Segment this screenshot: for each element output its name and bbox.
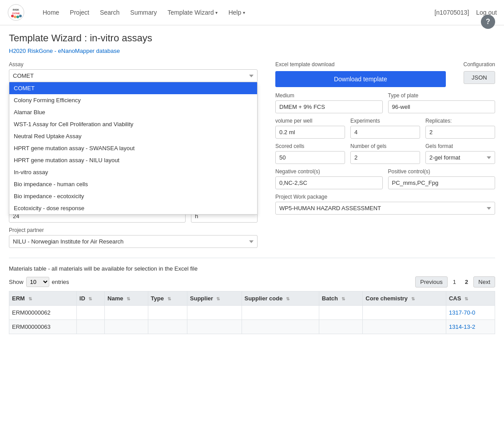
table-row: ERM00000062 1317-70-0 (9, 306, 495, 320)
supplier-sort-icon: ⇅ (216, 296, 220, 301)
cell-supplier-1 (187, 320, 242, 334)
cell-batch-1 (319, 320, 363, 334)
previous-button[interactable]: Previous (415, 276, 448, 287)
table-head: ERM ⇅ ID ⇅ Name ⇅ Type ⇅ Supplier ⇅ Supp… (9, 291, 495, 306)
svg-point-3 (11, 15, 14, 17)
number-gels-input[interactable] (350, 151, 420, 164)
gels-format-select[interactable]: 2-gel format 1-gel format (425, 151, 495, 164)
nav-help[interactable]: Help (228, 9, 245, 16)
experiments-label: Experiments (350, 118, 420, 124)
assay-item-wst1[interactable]: WST-1 Assay for Cell Proliferation and V… (9, 118, 257, 130)
gels-row: Scored cells Number of gels Gels format … (275, 143, 495, 164)
assay-dropdown: COMET Colony Forming Efficiency Alamar B… (9, 82, 258, 215)
cell-supplier-0 (187, 306, 242, 320)
medium-input[interactable] (275, 100, 383, 113)
batch-sort-icon: ⇅ (341, 296, 345, 301)
page-1[interactable]: 1 (449, 277, 460, 287)
help-icon[interactable]: ? (481, 15, 495, 29)
nav-home[interactable]: Home (43, 9, 59, 16)
materials-table: ERM ⇅ ID ⇅ Name ⇅ Type ⇅ Supplier ⇅ Supp… (9, 291, 495, 334)
replicates-input[interactable] (425, 126, 495, 139)
page-title: Template Wizard : in-vitro assays (9, 32, 152, 44)
col-core-chemistry[interactable]: Core chemistry ⇅ (363, 291, 446, 306)
project-work-select[interactable]: WP5-HUMAN HAZARD ASSESSMENT (275, 202, 495, 215)
nav-project[interactable]: Project (70, 9, 89, 16)
nav-template-wizard[interactable]: Template Wizard (167, 9, 218, 16)
table-row: ERM00000063 1314-13-2 (9, 320, 495, 334)
col-supplier[interactable]: Supplier ⇅ (187, 291, 242, 306)
cell-cas-1[interactable]: 1314-13-2 (446, 320, 495, 334)
scored-cells-input[interactable] (275, 151, 345, 164)
cell-cas-0[interactable]: 1317-70-0 (446, 306, 495, 320)
assay-item-invitro[interactable]: In-vitro assay (9, 166, 257, 178)
svg-point-4 (14, 16, 16, 18)
form-section: Assay COMET Colony Forming Efficiency Al… (9, 61, 495, 252)
cell-supplier-code-1 (242, 320, 319, 334)
assay-item-hprt-nilu[interactable]: HPRT gene mutation assay - NILU layout (9, 154, 257, 166)
replicates-group: Replicates: (425, 118, 495, 139)
assay-item-ecotox[interactable]: Ecotoxicity - dose response (9, 202, 257, 214)
assay-select[interactable]: COMET Colony Forming Efficiency Alamar B… (9, 69, 258, 82)
col-supplier-code[interactable]: Supplier code ⇅ (242, 291, 319, 306)
assay-item-hprt-swansea[interactable]: HPRT gene mutation assay - SWANSEA layou… (9, 142, 257, 154)
project-work-group: Project Work package WP5-HUMAN HAZARD AS… (275, 194, 495, 215)
divider (9, 258, 495, 258)
table-controls: Show 10 25 50 100 entries Previous 1 2 N… (9, 276, 495, 287)
col-erm[interactable]: ERM ⇅ (9, 291, 77, 306)
brand-logo: RISK GONE (7, 4, 25, 21)
user-id: [n10705013] (434, 9, 469, 16)
assay-item-alamar[interactable]: Alamar Blue (9, 106, 257, 118)
config-section: Configuration JSON (464, 61, 495, 87)
neg-controls-input[interactable] (275, 176, 383, 189)
col-cas[interactable]: CAS ⇅ (446, 291, 495, 306)
form-left: Assay COMET Colony Forming Efficiency Al… (9, 61, 258, 252)
col-id[interactable]: ID ⇅ (76, 291, 104, 306)
cell-erm-1: ERM00000063 (9, 320, 77, 334)
nav-summary[interactable]: Summary (130, 9, 157, 16)
cell-erm-0: ERM00000062 (9, 306, 77, 320)
project-partner-select[interactable]: NILU - Norwegian Institute for Air Resea… (9, 235, 258, 248)
experiments-input[interactable] (350, 126, 420, 139)
plate-group: Type of plate (388, 92, 496, 113)
replicates-label: Replicates: (425, 118, 495, 124)
number-gels-label: Number of gels (350, 143, 420, 149)
next-button[interactable]: Next (473, 276, 495, 287)
number-gels-group: Number of gels (350, 143, 420, 164)
col-batch[interactable]: Batch ⇅ (319, 291, 363, 306)
assay-item-bio-human[interactable]: Bio impedance - human cells (9, 178, 257, 190)
pos-controls-label: Positive control(s) (388, 168, 496, 175)
json-button[interactable]: JSON (464, 71, 495, 84)
navbar: RISK GONE Home Project Search Summary Te… (0, 0, 504, 25)
download-button[interactable]: Download template (275, 71, 446, 87)
subtitle: H2020 RiskGone - eNanoMapper database (9, 48, 495, 54)
col-name[interactable]: Name ⇅ (105, 291, 148, 306)
cell-name-1 (105, 320, 148, 334)
assay-label: Assay (9, 61, 258, 68)
cell-id-1 (76, 320, 104, 334)
volume-label: volume per well (275, 118, 345, 124)
entries-select[interactable]: 10 25 50 100 (26, 277, 49, 287)
show-entries: Show 10 25 50 100 entries (9, 277, 69, 287)
plate-input[interactable] (388, 100, 496, 113)
pos-controls-group: Positive control(s) (388, 168, 496, 189)
pos-controls-input[interactable] (388, 176, 496, 189)
svg-point-5 (16, 16, 19, 18)
experiments-group: Experiments (350, 118, 420, 139)
col-type[interactable]: Type ⇅ (148, 291, 187, 306)
cell-batch-0 (319, 306, 363, 320)
nav-search[interactable]: Search (100, 9, 119, 16)
assay-item-comet[interactable]: COMET (9, 82, 257, 94)
assay-item-neutral[interactable]: Neutral Red Uptake Assay (9, 130, 257, 142)
cell-core-chem-1 (363, 320, 446, 334)
cell-core-chem-0 (363, 306, 446, 320)
page-2[interactable]: 2 (461, 277, 472, 287)
assay-item-colony[interactable]: Colony Forming Efficiency (9, 94, 257, 106)
form-right: Excel template download Download templat… (275, 61, 495, 252)
scored-cells-label: Scored cells (275, 143, 345, 149)
gels-format-group: Gels format 2-gel format 1-gel format (425, 143, 495, 164)
vol-exp-rep-row: volume per well Experiments Replicates: (275, 118, 495, 139)
assay-item-bio-eco[interactable]: Bio impedance - ecotoxicity (9, 190, 257, 202)
project-partner-group: Project partner NILU - Norwegian Institu… (9, 227, 258, 248)
volume-input[interactable] (275, 126, 345, 139)
plate-label: Type of plate (388, 92, 496, 99)
